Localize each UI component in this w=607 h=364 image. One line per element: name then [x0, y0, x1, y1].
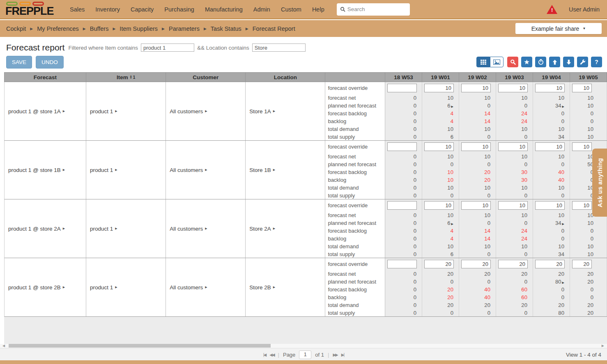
drilldown-icon[interactable]: ▶ — [63, 168, 65, 172]
breadcrumb-item[interactable]: Buffers — [90, 25, 109, 32]
ask-us-anything-tab[interactable]: Ask us anything — [592, 149, 607, 217]
column-header-location[interactable]: Location — [246, 73, 325, 82]
warning-icon[interactable]: ! — [547, 5, 557, 14]
drilldown-icon[interactable]: ▶ — [63, 227, 65, 230]
customer-cell[interactable]: All customers▶ — [166, 141, 246, 199]
item-cell[interactable]: product 1▶ — [86, 199, 166, 258]
nav-item-inventory[interactable]: Inventory — [95, 6, 120, 13]
forecast-override-input[interactable] — [424, 84, 454, 92]
horizontal-scrollbar[interactable]: ◀ ▶ — [0, 344, 607, 348]
breadcrumb-item[interactable]: Task Status — [211, 25, 241, 32]
column-header-customer[interactable]: Customer — [166, 73, 246, 82]
favorites-button[interactable]: ★ — [521, 57, 532, 67]
column-header-week[interactable]: 19 W02 — [459, 73, 496, 82]
location-cell[interactable]: Store 1A▶ — [246, 82, 325, 140]
search-box[interactable] — [337, 3, 410, 16]
nav-item-purchasing[interactable]: Purchasing — [164, 6, 194, 13]
customer-cell[interactable]: All customers▶ — [166, 82, 246, 140]
frepple-logo[interactable]: FREPPLE — [0, 2, 62, 16]
item-cell[interactable]: product 1▶ — [86, 141, 166, 199]
first-page-button[interactable]: |◀ — [263, 353, 266, 357]
item-cell[interactable]: product 1▶ — [86, 258, 166, 316]
nav-item-custom[interactable]: Custom — [281, 6, 301, 13]
nav-item-capacity[interactable]: Capacity — [131, 6, 154, 13]
drilldown-icon[interactable]: ▶ — [63, 110, 65, 113]
help-button[interactable]: ? — [591, 57, 602, 67]
breadcrumb-item[interactable]: My Preferences — [37, 25, 79, 32]
drilldown-icon[interactable]: ▶ — [562, 281, 564, 284]
page-number-input[interactable] — [299, 350, 311, 359]
drilldown-icon[interactable]: ▶ — [205, 110, 207, 113]
forecast-override-input[interactable] — [498, 142, 528, 151]
drilldown-icon[interactable]: ▶ — [115, 110, 117, 113]
forecast-override-input[interactable] — [498, 260, 528, 268]
item-filter-input[interactable] — [141, 43, 194, 52]
last-page-button[interactable]: ▶| — [341, 353, 344, 357]
drilldown-icon[interactable]: ▶ — [451, 105, 453, 108]
filter-button[interactable] — [507, 57, 518, 67]
drilldown-icon[interactable]: ▶ — [63, 286, 65, 289]
forecast-override-input[interactable] — [535, 84, 565, 92]
forecast-override-input[interactable] — [572, 142, 592, 151]
drilldown-icon[interactable]: ▶ — [273, 286, 275, 289]
drilldown-icon[interactable]: ▶ — [562, 222, 564, 225]
location-cell[interactable]: Store 1B▶ — [246, 141, 325, 199]
forecast-override-input[interactable] — [572, 84, 592, 92]
prev-page-button[interactable]: ◀◀ — [269, 353, 274, 357]
nav-item-sales[interactable]: Sales — [70, 6, 85, 13]
scenario-selector[interactable]: Example fair share ▼ — [515, 23, 602, 34]
time-buckets-button[interactable] — [535, 57, 546, 67]
forecast-override-input[interactable] — [387, 201, 417, 210]
next-page-button[interactable]: ▶▶ — [333, 353, 337, 357]
forecast-override-input[interactable] — [387, 260, 417, 268]
forecast-override-input[interactable] — [461, 260, 491, 268]
breadcrumb-item[interactable]: Parameters — [169, 25, 200, 32]
forecast-cell[interactable]: product 1 @ store 1A▶ — [5, 82, 86, 140]
nav-item-admin[interactable]: Admin — [253, 6, 270, 13]
drilldown-icon[interactable]: ▶ — [115, 286, 117, 289]
item-cell[interactable]: product 1▶ — [86, 82, 166, 140]
nav-item-help[interactable]: Help — [312, 6, 324, 13]
drilldown-icon[interactable]: ▶ — [205, 168, 207, 172]
breadcrumb-item[interactable]: Forecast Report — [253, 25, 295, 32]
forecast-override-input[interactable] — [461, 84, 491, 92]
customize-button[interactable] — [577, 57, 588, 67]
forecast-cell[interactable]: product 1 @ store 1B▶ — [5, 141, 86, 199]
forecast-override-input[interactable] — [535, 142, 565, 151]
scroll-right-icon[interactable]: ▶ — [602, 344, 604, 348]
search-input[interactable] — [347, 6, 401, 12]
forecast-override-input[interactable] — [424, 142, 454, 151]
forecast-override-input[interactable] — [461, 201, 491, 210]
drilldown-icon[interactable]: ▶ — [273, 227, 275, 230]
forecast-override-input[interactable] — [498, 201, 528, 210]
customer-cell[interactable]: All customers▶ — [166, 258, 246, 316]
column-header-item[interactable]: Item▲▼1 — [86, 73, 166, 82]
nav-item-manufacturing[interactable]: Manufacturing — [205, 6, 243, 13]
drilldown-icon[interactable]: ▶ — [115, 168, 117, 172]
column-header-week[interactable]: 19 W03 — [496, 73, 533, 82]
forecast-cell[interactable]: product 1 @ store 2A▶ — [5, 199, 86, 258]
save-button[interactable]: SAVE — [6, 56, 32, 69]
forecast-cell[interactable]: product 1 @ store 2B▶ — [5, 258, 86, 316]
forecast-override-input[interactable] — [424, 260, 454, 268]
column-header-forecast[interactable]: Forecast — [5, 73, 86, 82]
location-cell[interactable]: Store 2B▶ — [246, 258, 325, 316]
forecast-override-input[interactable] — [424, 201, 454, 210]
location-cell[interactable]: Store 2A▶ — [246, 199, 325, 258]
forecast-override-input[interactable] — [461, 142, 491, 151]
forecast-override-input[interactable] — [572, 201, 592, 210]
forecast-override-input[interactable] — [572, 260, 592, 268]
breadcrumb-item[interactable]: Cockpit — [6, 25, 26, 32]
download-button[interactable] — [563, 57, 574, 67]
location-filter-input[interactable] — [252, 43, 306, 52]
graph-view-button[interactable] — [490, 57, 504, 67]
column-header-week[interactable]: 19 W05 — [570, 73, 607, 82]
drilldown-icon[interactable]: ▶ — [562, 105, 564, 108]
drilldown-icon[interactable]: ▶ — [273, 110, 275, 113]
scroll-left-icon[interactable]: ◀ — [2, 344, 5, 348]
forecast-override-input[interactable] — [387, 84, 417, 92]
column-header-week[interactable]: 18 W53 — [385, 73, 422, 82]
forecast-override-input[interactable] — [387, 142, 417, 151]
scrollbar-thumb[interactable] — [9, 344, 271, 348]
undo-button[interactable]: UNDO — [36, 56, 64, 69]
